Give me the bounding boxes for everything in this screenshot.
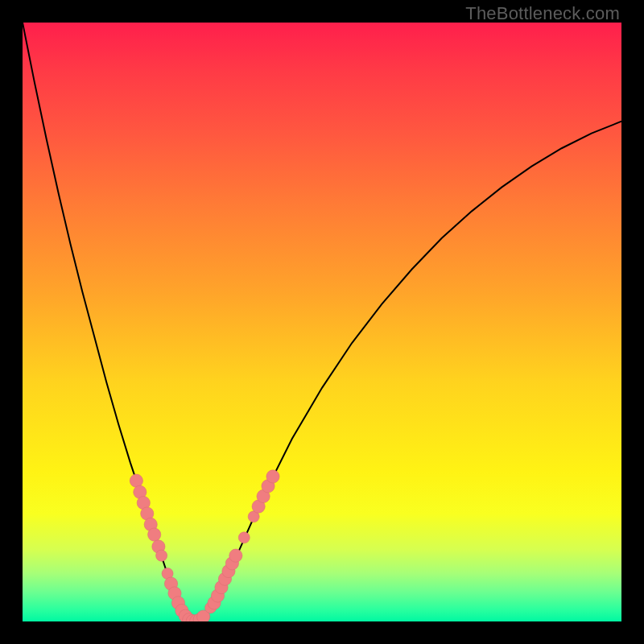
app-frame: TheBottleneck.com	[0, 0, 644, 644]
data-marker	[266, 470, 279, 483]
bottleneck-curve	[23, 23, 621, 621]
data-marker	[130, 474, 142, 487]
chart-plot-area	[23, 23, 621, 621]
data-marker	[148, 528, 161, 541]
data-marker	[229, 549, 242, 562]
data-marker	[156, 550, 167, 561]
chart-markers	[130, 470, 279, 621]
data-marker	[238, 532, 250, 543]
watermark-text: TheBottleneck.com	[465, 3, 620, 24]
chart-svg	[23, 23, 621, 621]
